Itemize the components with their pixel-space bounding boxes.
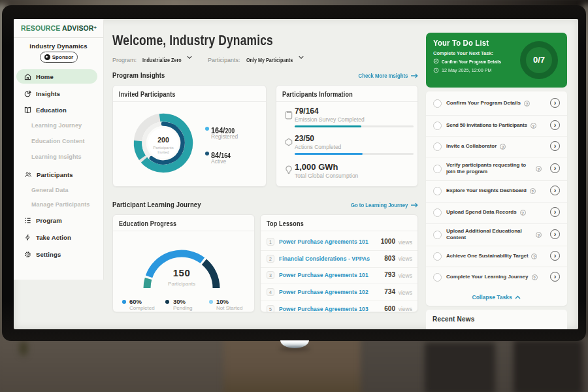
svg-text:Invited: Invited	[157, 150, 169, 154]
svg-text:200: 200	[157, 136, 169, 144]
svg-text:Participants: Participants	[153, 146, 173, 150]
